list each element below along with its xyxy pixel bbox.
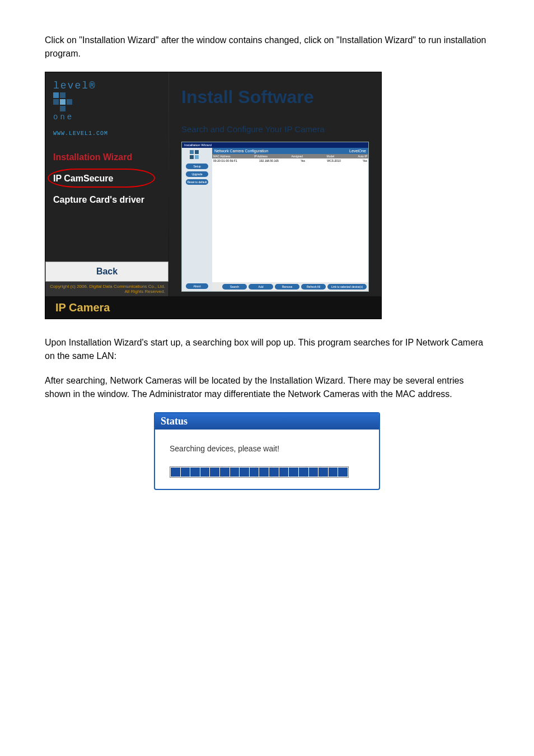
mini-header-brand: LevelOne: [349, 149, 366, 153]
progress-segment: [210, 468, 219, 477]
svg-rect-4: [67, 99, 72, 105]
mini-cell-assigned: Yes: [301, 159, 305, 162]
mini-col-auto: Auto IP: [358, 155, 367, 158]
copyright-text: Copyright (c) 2006. Digital Data Communi…: [45, 282, 168, 296]
brand-squares-icon: [53, 92, 161, 111]
brand-level-text: level®: [53, 80, 161, 91]
mini-col-model: Model: [327, 155, 335, 158]
installer-window: level® one WWW.LEVEL1.COM Installation W…: [45, 72, 382, 319]
progress-segment: [240, 468, 249, 477]
ip-camera-label: IP Camera: [55, 301, 110, 314]
mini-column-headers: MAC Address IP Address Assigned Model Au…: [212, 154, 368, 158]
sidebar-item-ip-camsecure[interactable]: IP CamSecure: [45, 168, 168, 189]
status-title: Status: [155, 413, 379, 430]
mini-col-ip: IP Address: [254, 155, 268, 158]
progress-segment: [181, 468, 190, 477]
progress-segment: [318, 468, 328, 477]
progress-segment: [200, 468, 210, 477]
progress-segment: [309, 468, 318, 477]
mini-sidebar: Setup Upgrade Reset to default About: [182, 148, 212, 291]
progress-segment: [190, 468, 200, 477]
install-software-title: Install Software: [181, 87, 369, 108]
svg-rect-3: [60, 99, 65, 105]
installer-sidebar: level® one WWW.LEVEL1.COM Installation W…: [45, 72, 168, 296]
mini-window-title: Installation Wizard: [182, 142, 368, 148]
sidebar-item-capture-driver[interactable]: Capture Card's driver: [45, 189, 168, 211]
progress-segment: [289, 468, 298, 477]
sidebar-spacer: [45, 211, 168, 262]
mini-setup-button[interactable]: Setup: [186, 164, 208, 169]
mini-data-row[interactable]: 00-20-D1-00-56-F1 192.168.50.165 Yes WCS…: [212, 158, 368, 163]
installer-top: level® one WWW.LEVEL1.COM Installation W…: [45, 72, 381, 296]
mini-about-button[interactable]: About: [186, 283, 208, 289]
paragraph-3: After searching, Network Cameras will be…: [45, 374, 489, 401]
mini-link-button[interactable]: Link to selected device(s): [327, 284, 367, 290]
status-body: Searching devices, please wait!: [155, 430, 379, 489]
status-message: Searching devices, please wait!: [170, 444, 364, 453]
mini-cell-auto: Yes: [363, 159, 367, 162]
mini-main-panel: Network Camera Configuration LevelOne MA…: [212, 148, 368, 291]
progress-segment: [220, 468, 229, 477]
svg-rect-0: [53, 92, 59, 98]
progress-segment: [338, 468, 348, 477]
progress-segment: [329, 468, 338, 477]
installer-bottom-strip: IP Camera: [45, 296, 381, 319]
mini-col-mac: MAC Address: [213, 155, 231, 158]
svg-rect-9: [195, 155, 199, 159]
svg-rect-6: [190, 150, 194, 154]
install-software-subtitle: Search and Configure Your IP Camera: [181, 124, 369, 134]
brand-url[interactable]: WWW.LEVEL1.COM: [45, 127, 168, 147]
sidebar-item-installation-wizard[interactable]: Installation Wizard: [45, 147, 168, 168]
progress-segment: [269, 468, 279, 477]
mini-upgrade-button[interactable]: Upgrade: [186, 171, 208, 177]
progress-segment: [299, 468, 308, 477]
mini-remove-button[interactable]: Remove: [275, 284, 299, 290]
svg-rect-1: [60, 92, 65, 98]
brand-logo: level® one: [45, 80, 168, 127]
svg-rect-7: [195, 150, 199, 154]
back-button[interactable]: Back: [45, 262, 168, 282]
mini-col-assigned: Assigned: [292, 155, 303, 158]
status-dialog: Status Searching devices, please wait!: [154, 412, 380, 490]
mini-cell-model: WCS-2010: [327, 159, 340, 162]
mini-bottom-bar: Search Add Remove Refresh All Link to se…: [212, 282, 368, 291]
mini-add-button[interactable]: Add: [249, 284, 273, 290]
mini-cell-ip: 192.168.50.165: [259, 159, 279, 162]
progress-segment: [259, 468, 269, 477]
progress-bar: [170, 466, 349, 478]
paragraph-2: Upon Installation Wizard's start up, a s…: [45, 336, 489, 363]
mini-search-button[interactable]: Search: [222, 284, 247, 290]
progress-segment: [230, 468, 240, 477]
mini-refresh-all-button[interactable]: Refresh All: [301, 284, 326, 290]
brand-one-text: one: [53, 113, 161, 122]
paragraph-1: Click on "Installation Wizard" after the…: [45, 34, 489, 60]
svg-rect-8: [190, 155, 194, 159]
svg-rect-2: [53, 99, 59, 105]
mini-header-text: Network Camera Configuration: [214, 149, 268, 153]
mini-cell-mac: 00-20-D1-00-56-F1: [213, 159, 237, 162]
progress-segment: [250, 468, 259, 477]
svg-rect-5: [60, 106, 65, 111]
progress-segment: [279, 468, 289, 477]
mini-reset-button[interactable]: Reset to default: [186, 179, 208, 185]
progress-segment: [171, 468, 180, 477]
mini-logo-icon: [190, 150, 204, 161]
installer-content: Install Software Search and Configure Yo…: [169, 72, 381, 296]
mini-header: Network Camera Configuration LevelOne: [212, 148, 368, 154]
mini-preview-window: Installation Wizard Setup Upgrad: [181, 142, 369, 292]
